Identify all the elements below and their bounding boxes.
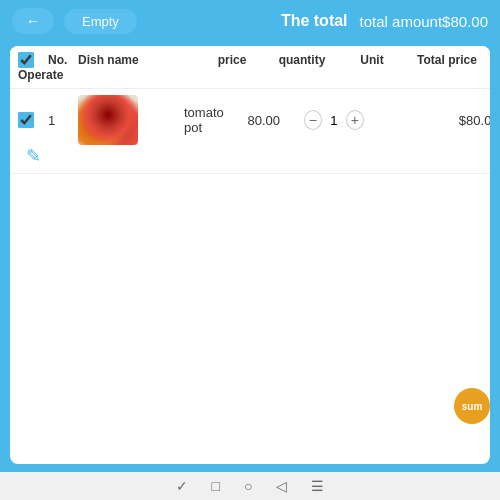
total-label: The total [281,12,348,30]
submit-button[interactable]: sum [454,388,490,424]
select-all-checkbox[interactable] [18,52,34,68]
table-header: No. Dish name price quantity Unit Total … [10,46,490,89]
dish-image-inner [78,95,138,145]
total-section: The total total amount$80.00 [281,12,488,30]
quantity-control: − 1 + [304,110,364,130]
col-total-price: Total price [412,53,482,67]
top-bar: ← Empty The total total amount$80.00 [0,0,500,42]
increase-button[interactable]: + [346,110,364,130]
nav-triangle-icon[interactable]: ◁ [276,478,287,494]
quantity-value: 1 [326,113,342,128]
empty-button[interactable]: Empty [64,9,137,34]
dish-name: tomato pot [178,105,224,135]
table-row: 1 tomato pot 80.00 − 1 + $80.00 ✎ [10,89,490,174]
nav-circle-icon[interactable]: ○ [244,478,252,494]
main-wrapper: No. Dish name price quantity Unit Total … [0,42,500,472]
back-button[interactable]: ← [12,8,54,34]
edit-icon[interactable]: ✎ [26,145,41,167]
col-dish: Dish name [78,53,178,67]
col-operate: Operate [18,68,48,82]
total-price-cell: $80.00 [444,113,490,128]
bottom-nav: ✓ □ ○ ◁ ☰ [0,472,500,500]
col-unit: Unit [332,53,412,67]
col-price: price [192,53,272,67]
price-cell: 80.00 [224,113,304,128]
row-checkbox[interactable] [18,112,34,128]
dish-image [78,95,138,145]
main-content: No. Dish name price quantity Unit Total … [0,42,500,472]
total-amount: total amount$80.00 [360,13,488,30]
nav-menu-icon[interactable]: ☰ [311,478,324,494]
nav-home-icon[interactable]: □ [212,478,220,494]
col-no: No. [48,53,78,67]
col-quantity: quantity [272,53,332,67]
nav-back-icon[interactable]: ✓ [176,478,188,494]
row-number: 1 [48,113,78,128]
operate-cell: ✎ [18,145,48,167]
decrease-button[interactable]: − [304,110,322,130]
back-arrow-icon: ← [26,13,40,29]
table-card: No. Dish name price quantity Unit Total … [10,46,490,464]
